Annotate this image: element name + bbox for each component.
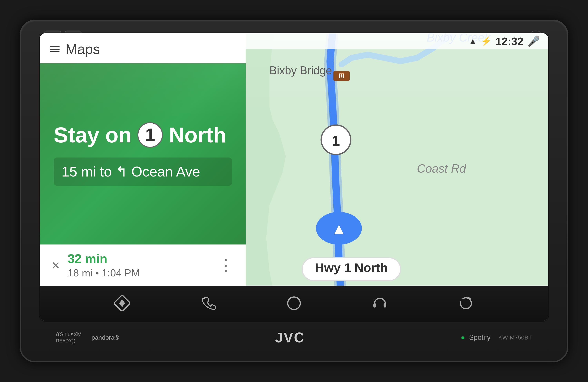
direction-line: Stay on 1 North xyxy=(54,122,226,148)
device-shell: − + USB 🎤 xyxy=(20,20,568,362)
svg-point-20 xyxy=(288,297,300,309)
svg-rect-22 xyxy=(384,303,386,308)
battery-icon: ⚡ xyxy=(481,36,492,46)
panel-header: Maps xyxy=(40,33,246,63)
map-status-bar: ▲ ⚡ 12:32 🎤 xyxy=(246,33,548,49)
direction-card[interactable]: Stay on 1 North 15 mi to ↰ Ocean Ave xyxy=(40,63,246,244)
svg-text:1: 1 xyxy=(332,133,340,149)
nav-music-icon xyxy=(372,295,388,311)
device-bottom-bar: ((SiriusXMREADY)) pandora® JVC ● Spotify… xyxy=(37,326,551,349)
distance-line: 15 mi to ↰ Ocean Ave xyxy=(54,158,232,186)
siriusxm-label: ((SiriusXMREADY)) xyxy=(56,331,82,344)
eta-time: 32 min xyxy=(68,252,210,266)
trip-separator: • xyxy=(95,267,102,279)
svg-text:▲: ▲ xyxy=(331,220,347,238)
hamburger-line-3 xyxy=(50,51,60,52)
svg-marker-19 xyxy=(119,299,125,307)
hamburger-menu[interactable] xyxy=(50,46,60,52)
trip-details: 32 min 18 mi • 1:04 PM xyxy=(68,252,210,279)
main-screen: 1 1 ⊞ Castle Rock Castle Rock viewpoint xyxy=(39,33,549,322)
nav-maps-icon xyxy=(114,295,130,311)
turn-arrow-icon: ↰ xyxy=(116,163,127,180)
bottom-nav-bar xyxy=(40,286,548,321)
panel-title: Maps xyxy=(65,41,100,57)
brand-right: ● Spotify KW-M750BT xyxy=(461,333,532,342)
street-name-text: Ocean Ave xyxy=(131,163,200,180)
trip-distance-arrival: 18 mi • 1:04 PM xyxy=(68,267,210,279)
time-display: 12:32 xyxy=(496,35,524,48)
trip-arrival: 1:04 PM xyxy=(102,267,140,279)
nav-item-home[interactable] xyxy=(282,291,306,315)
direction-north-text: North xyxy=(169,122,226,147)
cancel-navigation-button[interactable]: × xyxy=(52,257,60,273)
nav-home-icon xyxy=(286,295,302,311)
svg-text:Hwy 1 North: Hwy 1 North xyxy=(315,261,388,274)
signal-icon: ▲ xyxy=(469,37,477,46)
spotify-label: Spotify xyxy=(469,333,491,342)
model-label: KW-M750BT xyxy=(498,334,532,341)
pandora-label: pandora® xyxy=(91,334,119,341)
hamburger-line-1 xyxy=(50,46,60,47)
nav-settings-icon xyxy=(458,295,474,311)
brand-left: ((SiriusXMREADY)) pandora® xyxy=(56,331,119,344)
mic-status-icon: 🎤 xyxy=(527,35,540,47)
nav-phone-icon xyxy=(200,295,216,311)
svg-text:Coast Rd: Coast Rd xyxy=(417,162,466,175)
more-options-button[interactable]: ⋮ xyxy=(218,256,234,274)
nav-item-settings[interactable] xyxy=(454,291,478,315)
svg-rect-21 xyxy=(373,303,376,308)
nav-item-music[interactable] xyxy=(368,291,392,315)
jvc-brand: JVC xyxy=(275,329,305,345)
trip-info-bar: × 32 min 18 mi • 1:04 PM ⋮ xyxy=(40,244,246,286)
stay-on-text: Stay on xyxy=(54,122,131,147)
spotify-dot: ● xyxy=(461,333,465,342)
trip-distance: 18 mi xyxy=(68,267,92,279)
left-panel: Maps Stay on 1 North 15 mi to ↰ Ocean Av… xyxy=(40,33,246,286)
nav-item-phone[interactable] xyxy=(196,291,220,315)
svg-text:⊞: ⊞ xyxy=(338,72,345,80)
route-number-badge: 1 xyxy=(137,122,163,148)
distance-text: 15 mi to xyxy=(62,163,112,180)
nav-item-maps[interactable] xyxy=(110,291,134,315)
svg-text:Bixby Bridge: Bixby Bridge xyxy=(270,64,332,77)
hamburger-line-2 xyxy=(50,49,60,50)
